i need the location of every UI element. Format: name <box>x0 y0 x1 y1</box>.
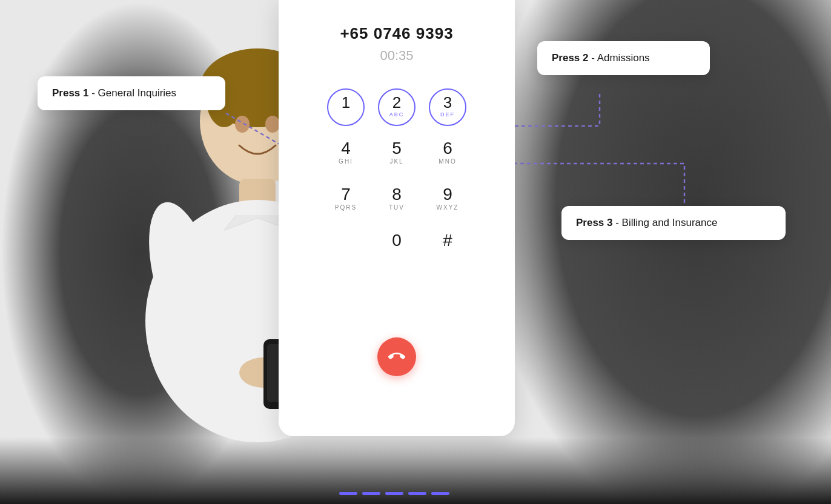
key-2[interactable]: 2 ABC <box>372 85 421 129</box>
bar-4 <box>408 492 426 495</box>
key-0[interactable]: 0 <box>372 224 421 267</box>
key-9[interactable]: 9 WXYZ <box>423 177 472 221</box>
key-7[interactable]: 7 PQRS <box>322 177 370 221</box>
press2-bold: Press 2 <box>552 52 589 64</box>
bottom-bars <box>339 492 449 495</box>
key-star[interactable] <box>322 224 370 267</box>
press2-text: - Admissions <box>589 52 650 64</box>
phone-hangup-icon <box>388 348 405 365</box>
svg-point-12 <box>235 116 250 133</box>
bar-2 <box>362 492 380 495</box>
svg-point-13 <box>265 116 280 133</box>
press3-bold: Press 3 <box>576 217 613 228</box>
phone-panel: +65 0746 9393 00:35 1 2 ABC 3 DEF 4 GHI <box>279 0 515 436</box>
key-8[interactable]: 8 TUV <box>372 177 421 221</box>
call-timer: 00:35 <box>380 48 413 64</box>
press3-text: - Billing and Insurance <box>613 217 718 228</box>
key-6[interactable]: 6 MNO <box>423 131 472 175</box>
press1-text: - General Inquiries <box>89 87 177 99</box>
key-1[interactable]: 1 <box>322 85 370 129</box>
bar-1 <box>339 492 357 495</box>
key-4[interactable]: 4 GHI <box>322 131 370 175</box>
tooltip-press3: Press 3 - Billing and Insurance <box>561 206 786 240</box>
key-hash[interactable]: # <box>423 224 472 267</box>
key-5[interactable]: 5 JKL <box>372 131 421 175</box>
press1-bold: Press 1 <box>52 87 89 99</box>
keypad: 1 2 ABC 3 DEF 4 GHI 5 JKL 6 MNO <box>322 85 472 313</box>
bar-3 <box>385 492 403 495</box>
tooltip-press2: Press 2 - Admissions <box>537 41 710 75</box>
key-3[interactable]: 3 DEF <box>423 85 472 129</box>
phone-number: +65 0746 9393 <box>340 24 453 43</box>
tooltip-press1: Press 1 - General Inquiries <box>38 76 225 110</box>
bar-5 <box>431 492 449 495</box>
end-call-button[interactable] <box>377 337 416 376</box>
